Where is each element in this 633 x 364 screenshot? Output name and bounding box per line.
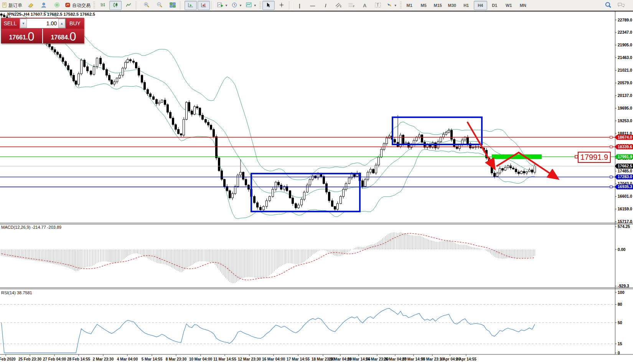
line-chart-icon	[126, 2, 132, 9]
arrows-button[interactable]: ▼	[385, 1, 399, 10]
auto-trade-label: 自动交易	[72, 2, 91, 9]
equidistant-channel-icon: E	[335, 2, 342, 9]
sell-button[interactable]: SELL	[1, 18, 19, 29]
time-tick-label: 17 Mar 14:55	[287, 357, 310, 361]
timeframe-group: M1M5M15M30H1H4D1W1MN	[402, 1, 530, 10]
volume-increase-button[interactable]: ▲	[58, 19, 65, 28]
zoom-out-button[interactable]	[153, 1, 166, 10]
tf-mn-button[interactable]: MN	[516, 1, 530, 10]
ohlc-values: 17607.5 17682.5 17582.5 17662.5	[31, 12, 95, 16]
tf-m15-button[interactable]: M15	[431, 1, 445, 10]
cursor-button[interactable]	[262, 1, 275, 10]
auto-trade-icon	[65, 2, 71, 9]
price-tag-17283.0: 17283.0	[615, 174, 633, 179]
channel-button[interactable]: E	[333, 1, 345, 10]
line-handle[interactable]	[610, 186, 612, 188]
tf-h4-button[interactable]: H4	[474, 1, 487, 10]
zoom-in-button[interactable]	[140, 1, 153, 10]
time-tick-label: 8 Mar 23:30	[166, 357, 187, 361]
toolbar-grip	[400, 2, 402, 9]
rsi-tick-label: 50	[618, 320, 622, 325]
line-chart-button[interactable]	[122, 1, 135, 10]
svg-text:T: T	[376, 3, 379, 7]
time-tick-label: 16 Mar 04:00	[262, 357, 285, 361]
line-handle[interactable]	[610, 176, 612, 178]
new-order-label: 新订单	[8, 2, 22, 9]
tf-h1-button[interactable]: H1	[460, 1, 473, 10]
toolbar-grip	[93, 2, 95, 9]
chart-canvas[interactable]: 22789.022347.021905.021463.021021.020579…	[0, 0, 633, 364]
arrows-icon	[386, 2, 392, 9]
price-tag-16935.3: 16935.3	[615, 184, 633, 189]
vertical-line-icon: |	[299, 3, 300, 8]
price-tag-17662.5: 17662.5	[615, 164, 633, 169]
collapse-icon[interactable]: ▲	[2, 13, 6, 16]
auto-scroll-icon	[188, 2, 194, 9]
sell-price-pips: 0	[28, 31, 34, 43]
profile-button[interactable]	[38, 1, 50, 10]
annotation-anchor[interactable]	[575, 156, 578, 158]
volume-decrease-button[interactable]: ▼	[20, 19, 27, 28]
svg-text:17991.9: 17991.9	[618, 154, 632, 159]
chart-shift-button[interactable]	[198, 1, 210, 10]
search-icon	[605, 2, 612, 9]
vertical-line-button[interactable]: |	[293, 1, 306, 10]
toolbar-separator	[180, 1, 183, 10]
horizontal-line-button[interactable]: —	[307, 1, 319, 10]
price-tick-label: 16601.0	[618, 194, 632, 198]
price-target-annotation[interactable]: 17991.9	[578, 152, 611, 163]
text-icon: A	[363, 3, 366, 8]
volume-input[interactable]	[27, 19, 58, 28]
tf-w1-button[interactable]: W1	[502, 1, 516, 10]
sell-price[interactable]: 17661.0	[1, 29, 43, 43]
dropdown-arrow-icon: ▼	[254, 4, 257, 7]
signal-button[interactable]	[51, 1, 63, 10]
time-tick-label: 10 Mar 04:00	[189, 357, 212, 361]
add-indicator-icon	[217, 2, 223, 9]
tf-m5-button[interactable]: M5	[417, 1, 430, 10]
cursor-icon	[266, 2, 271, 9]
chat-button[interactable]	[615, 1, 627, 10]
search-button[interactable]	[602, 1, 614, 10]
tile-windows-button[interactable]	[166, 1, 179, 10]
auto-trade-button[interactable]: 自动交易	[64, 1, 92, 10]
zoom-out-icon	[157, 2, 163, 9]
fibonacci-button[interactable]: F	[346, 1, 358, 10]
time-tick-label: 5 Mar 14:55	[142, 357, 163, 361]
text-label-button[interactable]: T	[372, 1, 384, 10]
macd-tick-label: 574.25	[618, 224, 630, 229]
tf-m30-button[interactable]: M30	[445, 1, 459, 10]
toolbar-grip	[259, 2, 261, 9]
buy-price-int: 17684	[51, 33, 68, 43]
trendline-button[interactable]: /	[320, 1, 332, 10]
time-tick-label: 12 Mar 23:30	[238, 357, 261, 361]
price-tick-label: 21905.0	[618, 43, 632, 47]
auto-scroll-button[interactable]	[185, 1, 197, 10]
text-button[interactable]: A	[359, 1, 371, 10]
rsi-tick-label: 0	[618, 351, 620, 355]
bar-chart-button[interactable]	[96, 1, 109, 10]
new-order-button[interactable]: 新订单	[0, 1, 24, 10]
macd-tick-label: -929.3	[618, 284, 629, 288]
templates-button[interactable]: ▼	[244, 1, 258, 10]
price-tick-label: 20137.0	[618, 93, 632, 98]
line-handle[interactable]	[610, 136, 612, 138]
chat-icon	[617, 2, 625, 9]
symbol-header: ▲ JPN225-,H4 17607.5 17682.5 17582.5 176…	[2, 12, 95, 16]
eraser-button[interactable]	[25, 1, 37, 10]
candlestick-button[interactable]	[109, 1, 122, 10]
buy-price[interactable]: 17684.0	[43, 29, 84, 43]
buy-price-pips: 0	[69, 31, 76, 43]
time-tick-label: 27 Feb 04:00	[43, 357, 66, 361]
crosshair-button[interactable]	[275, 1, 288, 10]
buy-button[interactable]: BUY	[66, 18, 84, 29]
tf-m1-button[interactable]: M1	[403, 1, 416, 10]
tf-d1-button[interactable]: D1	[488, 1, 501, 10]
resistance-zone[interactable]	[492, 154, 542, 159]
indicators-button[interactable]: ▼	[216, 1, 229, 10]
symbol-name: JPN225-,H4	[6, 12, 30, 16]
periods-button[interactable]: ▼	[230, 1, 244, 10]
svg-text:17283.0: 17283.0	[618, 174, 632, 179]
price-tag-18674.0: 18674.0	[615, 135, 633, 140]
line-handle[interactable]	[610, 146, 612, 148]
